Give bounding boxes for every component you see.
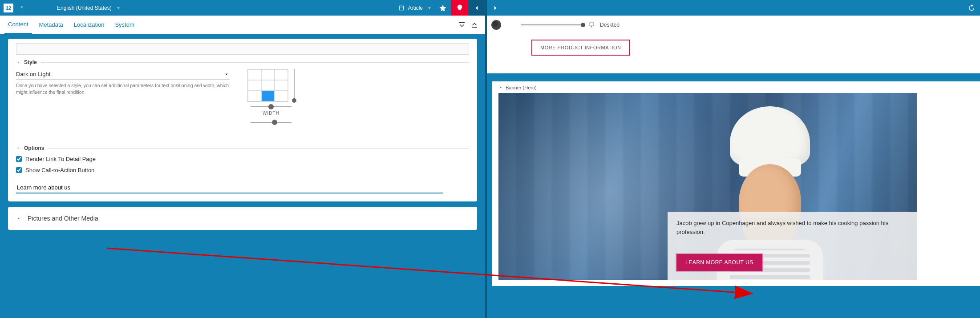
style-help-text: Once you have selected a style, you can … bbox=[16, 82, 230, 95]
width-slider[interactable] bbox=[251, 122, 292, 123]
pictures-section-label: Pictures and Other Media bbox=[28, 215, 98, 222]
preview-top-region: MORE PRODUCT INFORMATION bbox=[487, 34, 980, 73]
tab-system[interactable]: System bbox=[111, 16, 138, 33]
tab-content[interactable]: Content bbox=[4, 16, 32, 34]
position-grid[interactable] bbox=[247, 69, 288, 102]
editor-topbar: 12 English (United States) Article bbox=[0, 0, 485, 16]
document-icon bbox=[398, 5, 405, 11]
render-link-checkbox[interactable] bbox=[16, 156, 22, 162]
more-product-button[interactable]: MORE PRODUCT INFORMATION bbox=[531, 40, 630, 56]
banner-label: Banner (Hero) bbox=[506, 85, 537, 90]
render-link-label: Render Link To Detail Page bbox=[25, 156, 96, 162]
language-label: English (United States) bbox=[57, 5, 112, 11]
doctype-selector[interactable]: Article bbox=[398, 5, 433, 11]
chevron-down-icon bbox=[16, 146, 20, 150]
device-label: Desktop bbox=[600, 22, 620, 28]
hero-cta-button[interactable]: LEARN MORE ABOUT US bbox=[676, 254, 762, 271]
show-cta-label: Show Call-to-Action Button bbox=[25, 167, 94, 173]
favorite-button[interactable] bbox=[434, 0, 451, 16]
collapse-all-button[interactable] bbox=[468, 20, 481, 29]
expand-down-icon bbox=[458, 22, 466, 28]
logo-dropdown-icon[interactable] bbox=[19, 4, 25, 12]
show-cta-checkbox[interactable] bbox=[16, 167, 22, 173]
show-cta-checkbox-row[interactable]: Show Call-to-Action Button bbox=[16, 167, 469, 173]
desktop-icon bbox=[588, 22, 595, 28]
chevron-down-icon bbox=[426, 5, 433, 11]
tab-localization[interactable]: Localization bbox=[70, 16, 108, 33]
collapse-up-icon bbox=[470, 22, 478, 28]
palette-icon[interactable] bbox=[491, 20, 501, 30]
refresh-button[interactable] bbox=[963, 0, 980, 16]
chevron-down-icon bbox=[16, 60, 20, 64]
preview-toolbar: Desktop bbox=[487, 16, 980, 34]
chevron-down-icon bbox=[223, 71, 230, 77]
refresh-icon bbox=[968, 4, 976, 12]
language-selector[interactable]: English (United States) bbox=[57, 5, 121, 11]
star-icon bbox=[439, 4, 447, 12]
style-section-header[interactable]: Style bbox=[16, 59, 469, 65]
pictures-card: Pictures and Other Media bbox=[8, 207, 477, 230]
chevron-down-icon bbox=[498, 85, 503, 90]
vertical-slider[interactable] bbox=[294, 69, 295, 101]
cta-text-input[interactable] bbox=[16, 182, 443, 193]
style-section-label: Style bbox=[24, 59, 37, 65]
render-link-checkbox-row[interactable]: Render Link To Detail Page bbox=[16, 156, 469, 162]
position-cell-selected[interactable] bbox=[261, 91, 275, 101]
expand-all-button[interactable] bbox=[456, 20, 468, 29]
style-dropdown[interactable]: Dark on Light bbox=[16, 69, 230, 80]
chevron-down-icon bbox=[115, 5, 121, 11]
zoom-slider[interactable] bbox=[521, 24, 583, 25]
hero-image: Jacob grew up in Copenhagen and always w… bbox=[498, 93, 917, 280]
chevron-left-icon bbox=[473, 4, 481, 12]
options-section-label: Options bbox=[24, 145, 44, 151]
tab-metadata[interactable]: Metadata bbox=[36, 16, 67, 33]
pictures-section-header[interactable]: Pictures and Other Media bbox=[16, 215, 469, 222]
style-card: Style Dark on Light Once you have select… bbox=[8, 39, 477, 201]
idea-button[interactable] bbox=[451, 0, 468, 16]
banner-region: Banner (Hero) Jacob grew up in Copenhage… bbox=[492, 81, 980, 286]
editor-tabs: Content Metadata Localization System bbox=[0, 16, 485, 34]
banner-header[interactable]: Banner (Hero) bbox=[498, 85, 974, 90]
hero-overlay: Jacob grew up in Copenhagen and always w… bbox=[668, 212, 917, 280]
doctype-label: Article bbox=[408, 5, 423, 11]
options-section-header[interactable]: Options bbox=[16, 145, 469, 151]
collapse-right-button[interactable] bbox=[487, 0, 504, 16]
horizontal-slider[interactable] bbox=[251, 106, 292, 107]
chevron-right-icon bbox=[491, 4, 499, 12]
hero-overlay-text: Jacob grew up in Copenhagen and always w… bbox=[676, 219, 908, 236]
chevron-down-icon bbox=[16, 216, 21, 221]
width-label: WIDTH bbox=[263, 111, 279, 116]
collapse-left-button[interactable] bbox=[468, 0, 485, 16]
logo-badge: 12 bbox=[4, 4, 13, 12]
style-selected-value: Dark on Light bbox=[16, 71, 50, 77]
bulb-icon bbox=[456, 4, 464, 12]
empty-field[interactable] bbox=[16, 43, 469, 55]
preview-topbar bbox=[487, 0, 980, 16]
